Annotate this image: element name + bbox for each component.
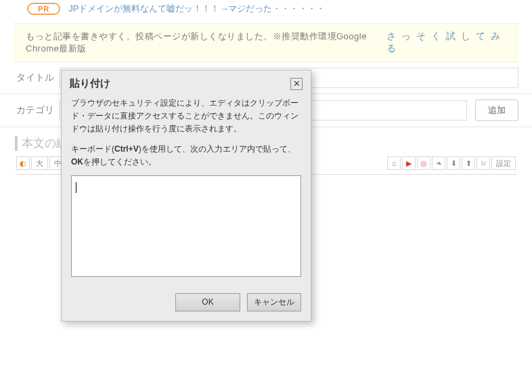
settings-button[interactable]: 設定: [491, 156, 516, 170]
w-icon[interactable]: W: [476, 156, 490, 170]
youtube-icon[interactable]: ▶: [402, 156, 416, 170]
notice-bar: もっと記事を書きやすく。投稿ページが新しくなりました。※推奨動作環境Google…: [14, 23, 518, 62]
dialog-text-2: キーボード(Ctrl+V)を使用して、次の入力エリア内で貼って、OKを押してくだ…: [71, 143, 301, 169]
category-label: カテゴリ: [14, 104, 54, 116]
tool-icon[interactable]: ◐: [16, 156, 30, 170]
notice-try-link[interactable]: さっそく試してみる: [386, 30, 506, 55]
download-icon[interactable]: ⬇: [447, 156, 460, 170]
add-button[interactable]: 追加: [475, 100, 518, 121]
cancel-button[interactable]: キャンセル: [247, 293, 301, 311]
evernote-icon[interactable]: ❧: [432, 156, 445, 170]
title-label: タイトル: [14, 72, 54, 84]
upload-icon[interactable]: ⬆: [462, 156, 475, 170]
tool-large[interactable]: 大: [31, 156, 48, 170]
ok-button[interactable]: OK: [175, 293, 240, 311]
pr-badge: PR: [27, 3, 60, 15]
dialog-title: 貼り付け: [70, 77, 110, 90]
top-promo-link[interactable]: JPドメインが無料なんて嘘だッ！！！→マジだった・・・・・・: [68, 3, 325, 15]
dialog-text-1: ブラウザのセキュリティ設定により、エディタはクリップボード・データに直接アクセス…: [71, 97, 301, 136]
paste-textarea[interactable]: [71, 175, 301, 277]
tv-icon[interactable]: ⌂: [387, 156, 401, 170]
close-icon[interactable]: ✕: [290, 78, 303, 90]
paste-dialog: 貼り付け ✕ ブラウザのセキュリティ設定により、エディタはクリップボード・データ…: [61, 70, 311, 322]
section-bar-icon: [15, 136, 18, 151]
notice-message: もっと記事を書きやすく。投稿ページが新しくなりました。※推奨動作環境Google…: [26, 30, 386, 55]
instagram-icon[interactable]: ◎: [417, 156, 430, 170]
